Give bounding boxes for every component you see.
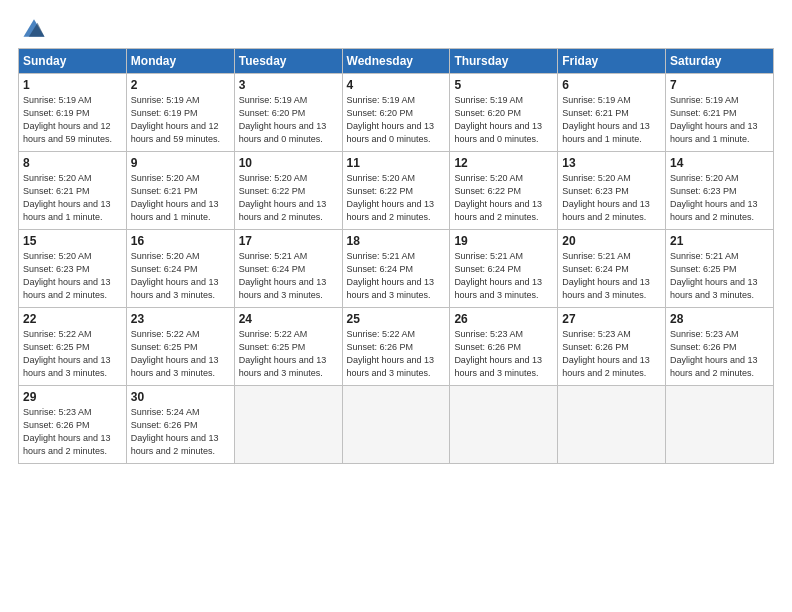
day-cell: 29Sunrise: 5:23 AMSunset: 6:26 PMDayligh… bbox=[19, 386, 127, 464]
day-info: Sunrise: 5:19 AMSunset: 6:20 PMDaylight … bbox=[239, 94, 338, 146]
day-number: 23 bbox=[131, 312, 230, 326]
day-cell: 24Sunrise: 5:22 AMSunset: 6:25 PMDayligh… bbox=[234, 308, 342, 386]
day-number: 5 bbox=[454, 78, 553, 92]
day-info: Sunrise: 5:22 AMSunset: 6:25 PMDaylight … bbox=[23, 328, 122, 380]
day-number: 1 bbox=[23, 78, 122, 92]
day-info: Sunrise: 5:20 AMSunset: 6:23 PMDaylight … bbox=[670, 172, 769, 224]
day-cell: 4Sunrise: 5:19 AMSunset: 6:20 PMDaylight… bbox=[342, 74, 450, 152]
day-cell: 12Sunrise: 5:20 AMSunset: 6:22 PMDayligh… bbox=[450, 152, 558, 230]
day-cell: 3Sunrise: 5:19 AMSunset: 6:20 PMDaylight… bbox=[234, 74, 342, 152]
calendar-week-row: 8Sunrise: 5:20 AMSunset: 6:21 PMDaylight… bbox=[19, 152, 774, 230]
col-header-thursday: Thursday bbox=[450, 49, 558, 74]
day-cell: 15Sunrise: 5:20 AMSunset: 6:23 PMDayligh… bbox=[19, 230, 127, 308]
day-number: 21 bbox=[670, 234, 769, 248]
logo bbox=[18, 14, 48, 42]
day-number: 11 bbox=[347, 156, 446, 170]
day-cell: 9Sunrise: 5:20 AMSunset: 6:21 PMDaylight… bbox=[126, 152, 234, 230]
day-info: Sunrise: 5:21 AMSunset: 6:25 PMDaylight … bbox=[670, 250, 769, 302]
day-number: 6 bbox=[562, 78, 661, 92]
day-number: 13 bbox=[562, 156, 661, 170]
day-number: 18 bbox=[347, 234, 446, 248]
day-info: Sunrise: 5:23 AMSunset: 6:26 PMDaylight … bbox=[23, 406, 122, 458]
day-cell: 23Sunrise: 5:22 AMSunset: 6:25 PMDayligh… bbox=[126, 308, 234, 386]
day-number: 29 bbox=[23, 390, 122, 404]
day-info: Sunrise: 5:19 AMSunset: 6:20 PMDaylight … bbox=[347, 94, 446, 146]
day-number: 10 bbox=[239, 156, 338, 170]
day-cell: 20Sunrise: 5:21 AMSunset: 6:24 PMDayligh… bbox=[558, 230, 666, 308]
day-info: Sunrise: 5:20 AMSunset: 6:23 PMDaylight … bbox=[562, 172, 661, 224]
empty-cell bbox=[558, 386, 666, 464]
day-cell: 16Sunrise: 5:20 AMSunset: 6:24 PMDayligh… bbox=[126, 230, 234, 308]
day-info: Sunrise: 5:22 AMSunset: 6:25 PMDaylight … bbox=[131, 328, 230, 380]
day-number: 9 bbox=[131, 156, 230, 170]
day-cell: 27Sunrise: 5:23 AMSunset: 6:26 PMDayligh… bbox=[558, 308, 666, 386]
calendar-week-row: 22Sunrise: 5:22 AMSunset: 6:25 PMDayligh… bbox=[19, 308, 774, 386]
day-cell: 2Sunrise: 5:19 AMSunset: 6:19 PMDaylight… bbox=[126, 74, 234, 152]
day-info: Sunrise: 5:20 AMSunset: 6:22 PMDaylight … bbox=[239, 172, 338, 224]
col-header-friday: Friday bbox=[558, 49, 666, 74]
page: SundayMondayTuesdayWednesdayThursdayFrid… bbox=[0, 0, 792, 612]
col-header-sunday: Sunday bbox=[19, 49, 127, 74]
empty-cell bbox=[666, 386, 774, 464]
day-info: Sunrise: 5:21 AMSunset: 6:24 PMDaylight … bbox=[454, 250, 553, 302]
empty-cell bbox=[234, 386, 342, 464]
day-number: 26 bbox=[454, 312, 553, 326]
day-number: 25 bbox=[347, 312, 446, 326]
calendar-header-row: SundayMondayTuesdayWednesdayThursdayFrid… bbox=[19, 49, 774, 74]
day-number: 28 bbox=[670, 312, 769, 326]
day-info: Sunrise: 5:20 AMSunset: 6:24 PMDaylight … bbox=[131, 250, 230, 302]
day-cell: 17Sunrise: 5:21 AMSunset: 6:24 PMDayligh… bbox=[234, 230, 342, 308]
empty-cell bbox=[450, 386, 558, 464]
day-cell: 8Sunrise: 5:20 AMSunset: 6:21 PMDaylight… bbox=[19, 152, 127, 230]
day-info: Sunrise: 5:20 AMSunset: 6:22 PMDaylight … bbox=[347, 172, 446, 224]
day-info: Sunrise: 5:19 AMSunset: 6:19 PMDaylight … bbox=[23, 94, 122, 146]
day-info: Sunrise: 5:20 AMSunset: 6:21 PMDaylight … bbox=[131, 172, 230, 224]
day-cell: 14Sunrise: 5:20 AMSunset: 6:23 PMDayligh… bbox=[666, 152, 774, 230]
day-number: 12 bbox=[454, 156, 553, 170]
day-number: 7 bbox=[670, 78, 769, 92]
col-header-wednesday: Wednesday bbox=[342, 49, 450, 74]
day-cell: 28Sunrise: 5:23 AMSunset: 6:26 PMDayligh… bbox=[666, 308, 774, 386]
day-number: 16 bbox=[131, 234, 230, 248]
day-cell: 13Sunrise: 5:20 AMSunset: 6:23 PMDayligh… bbox=[558, 152, 666, 230]
day-info: Sunrise: 5:23 AMSunset: 6:26 PMDaylight … bbox=[562, 328, 661, 380]
day-info: Sunrise: 5:19 AMSunset: 6:21 PMDaylight … bbox=[562, 94, 661, 146]
day-info: Sunrise: 5:22 AMSunset: 6:25 PMDaylight … bbox=[239, 328, 338, 380]
empty-cell bbox=[342, 386, 450, 464]
day-info: Sunrise: 5:20 AMSunset: 6:23 PMDaylight … bbox=[23, 250, 122, 302]
day-number: 27 bbox=[562, 312, 661, 326]
day-number: 15 bbox=[23, 234, 122, 248]
calendar-table: SundayMondayTuesdayWednesdayThursdayFrid… bbox=[18, 48, 774, 464]
header bbox=[18, 10, 774, 42]
day-number: 3 bbox=[239, 78, 338, 92]
calendar-week-row: 29Sunrise: 5:23 AMSunset: 6:26 PMDayligh… bbox=[19, 386, 774, 464]
day-info: Sunrise: 5:19 AMSunset: 6:21 PMDaylight … bbox=[670, 94, 769, 146]
day-number: 30 bbox=[131, 390, 230, 404]
day-number: 24 bbox=[239, 312, 338, 326]
col-header-tuesday: Tuesday bbox=[234, 49, 342, 74]
day-number: 4 bbox=[347, 78, 446, 92]
calendar-week-row: 1Sunrise: 5:19 AMSunset: 6:19 PMDaylight… bbox=[19, 74, 774, 152]
day-info: Sunrise: 5:24 AMSunset: 6:26 PMDaylight … bbox=[131, 406, 230, 458]
day-cell: 30Sunrise: 5:24 AMSunset: 6:26 PMDayligh… bbox=[126, 386, 234, 464]
day-number: 2 bbox=[131, 78, 230, 92]
day-number: 19 bbox=[454, 234, 553, 248]
day-info: Sunrise: 5:19 AMSunset: 6:20 PMDaylight … bbox=[454, 94, 553, 146]
day-cell: 22Sunrise: 5:22 AMSunset: 6:25 PMDayligh… bbox=[19, 308, 127, 386]
day-cell: 18Sunrise: 5:21 AMSunset: 6:24 PMDayligh… bbox=[342, 230, 450, 308]
day-cell: 6Sunrise: 5:19 AMSunset: 6:21 PMDaylight… bbox=[558, 74, 666, 152]
day-cell: 5Sunrise: 5:19 AMSunset: 6:20 PMDaylight… bbox=[450, 74, 558, 152]
day-info: Sunrise: 5:22 AMSunset: 6:26 PMDaylight … bbox=[347, 328, 446, 380]
day-number: 14 bbox=[670, 156, 769, 170]
day-number: 22 bbox=[23, 312, 122, 326]
day-cell: 10Sunrise: 5:20 AMSunset: 6:22 PMDayligh… bbox=[234, 152, 342, 230]
day-number: 8 bbox=[23, 156, 122, 170]
day-cell: 26Sunrise: 5:23 AMSunset: 6:26 PMDayligh… bbox=[450, 308, 558, 386]
general-blue-logo-icon bbox=[20, 14, 48, 42]
day-info: Sunrise: 5:21 AMSunset: 6:24 PMDaylight … bbox=[347, 250, 446, 302]
day-info: Sunrise: 5:23 AMSunset: 6:26 PMDaylight … bbox=[454, 328, 553, 380]
day-info: Sunrise: 5:20 AMSunset: 6:22 PMDaylight … bbox=[454, 172, 553, 224]
day-cell: 11Sunrise: 5:20 AMSunset: 6:22 PMDayligh… bbox=[342, 152, 450, 230]
col-header-monday: Monday bbox=[126, 49, 234, 74]
calendar-week-row: 15Sunrise: 5:20 AMSunset: 6:23 PMDayligh… bbox=[19, 230, 774, 308]
